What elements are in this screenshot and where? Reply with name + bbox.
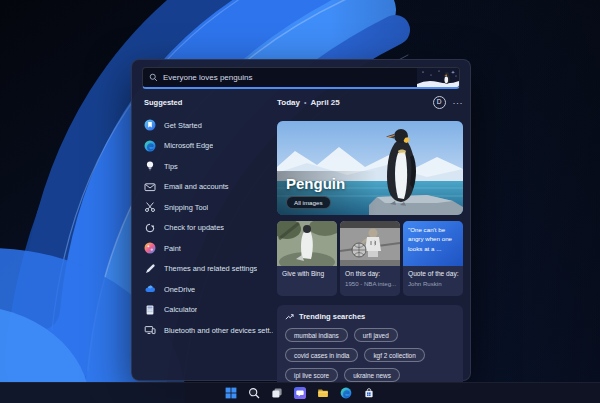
start-button[interactable]	[224, 386, 238, 400]
store-button[interactable]	[362, 386, 376, 400]
get-started-icon	[144, 119, 156, 131]
suggested-item-themes[interactable]: Themes and related settings	[142, 259, 275, 280]
more-options-button[interactable]: ···	[453, 100, 464, 106]
suggested-item-snipping-tool[interactable]: Snipping Tool	[142, 197, 275, 218]
today-label: Today	[277, 98, 300, 107]
quote-text: "One can't be angry when one looks at a …	[403, 221, 463, 266]
search-box[interactable]	[142, 67, 460, 89]
profile-button[interactable]: D	[433, 96, 446, 109]
suggested-item-label: Themes and related settings	[164, 264, 257, 273]
give-with-bing-thumbnail	[277, 221, 337, 266]
suggested-item-email-accounts[interactable]: Email and accounts	[142, 177, 275, 198]
suggested-item-calculator[interactable]: Calculator	[142, 300, 275, 321]
search-flyout-panel: Suggested Get Started Microsoft Edge	[131, 59, 471, 381]
bluetooth-devices-icon	[144, 324, 156, 336]
store-icon	[363, 387, 375, 399]
hero-card-penguin[interactable]: Penguin All images	[277, 121, 463, 215]
card-caption: Quote of the day:	[403, 266, 463, 279]
trending-searches-panel: Trending searches mumbai indians urfi ja…	[277, 305, 463, 390]
suggested-item-onedrive[interactable]: OneDrive	[142, 279, 275, 300]
suggested-item-label: Check for updates	[164, 223, 224, 232]
suggested-item-microsoft-edge[interactable]: Microsoft Edge	[142, 136, 275, 157]
file-explorer-button[interactable]	[316, 386, 330, 400]
suggested-item-label: OneDrive	[164, 285, 195, 294]
penguin-doodle-icon	[417, 68, 459, 88]
onedrive-icon	[144, 283, 156, 295]
card-caption: Give with Bing	[277, 266, 337, 279]
suggested-item-label: Get Started	[164, 121, 202, 130]
hero-title: Penguin	[286, 175, 345, 192]
all-images-button[interactable]: All images	[286, 196, 331, 209]
tips-icon	[144, 160, 156, 172]
suggested-item-label: Tips	[164, 162, 178, 171]
trending-chip[interactable]: covid cases in india	[285, 348, 358, 362]
suggested-item-paint[interactable]: Paint	[142, 238, 275, 259]
trending-title: Trending searches	[299, 312, 365, 321]
suggested-item-label: Calculator	[164, 305, 197, 314]
trending-header: Trending searches	[285, 312, 455, 321]
task-view-icon	[271, 387, 283, 399]
suggested-item-get-started[interactable]: Get Started	[142, 115, 275, 136]
edge-icon	[340, 387, 352, 399]
card-give-with-bing[interactable]: Give with Bing	[277, 221, 337, 296]
card-caption: On this day:	[340, 266, 400, 279]
suggested-item-tips[interactable]: Tips	[142, 156, 275, 177]
suggested-item-label: Email and accounts	[164, 182, 229, 191]
taskbar-search-button[interactable]	[247, 386, 261, 400]
card-quote-of-the-day[interactable]: "One can't be angry when one looks at a …	[403, 221, 463, 296]
taskbar	[0, 382, 600, 403]
search-icon	[248, 387, 260, 399]
trending-chip[interactable]: ukraine news	[344, 368, 400, 382]
today-separator: •	[304, 99, 306, 106]
calculator-icon	[144, 304, 156, 316]
suggested-item-label: Microsoft Edge	[164, 141, 213, 150]
card-subcaption: John Ruskin	[403, 279, 463, 288]
suggested-item-label: Paint	[164, 244, 181, 253]
card-on-this-day[interactable]: On this day: 1950 - NBA integ...	[340, 221, 400, 296]
card-subcaption	[277, 279, 337, 280]
windows-logo-icon	[225, 387, 237, 399]
card-subcaption: 1950 - NBA integ...	[340, 279, 400, 288]
today-section: Today • April 25 D ···	[277, 96, 463, 390]
paint-icon	[144, 242, 156, 254]
updates-icon	[144, 222, 156, 234]
search-icon	[149, 73, 158, 82]
suggested-title: Suggested	[144, 98, 275, 107]
edge-browser-button[interactable]	[339, 386, 353, 400]
on-this-day-thumbnail	[340, 221, 400, 266]
task-view-button[interactable]	[270, 386, 284, 400]
suggested-item-label: Snipping Tool	[164, 203, 208, 212]
trending-chip[interactable]: ipl live score	[285, 368, 338, 382]
trending-chip[interactable]: urfi javed	[354, 328, 398, 342]
email-icon	[144, 181, 156, 193]
today-date: April 25	[310, 98, 339, 107]
today-header: Today • April 25 D ···	[277, 96, 463, 109]
suggested-section: Suggested Get Started Microsoft Edge	[142, 96, 275, 341]
chat-icon	[294, 387, 306, 399]
themes-icon	[144, 263, 156, 275]
suggested-item-label: Bluetooth and other devices sett...	[164, 326, 273, 335]
file-explorer-icon	[317, 387, 329, 399]
trending-up-icon	[285, 312, 294, 321]
trending-chip[interactable]: mumbai indians	[285, 328, 348, 342]
edge-icon	[144, 140, 156, 152]
today-cards-row: Give with Bing On this day:	[277, 221, 463, 296]
suggested-item-bluetooth-devices[interactable]: Bluetooth and other devices sett...	[142, 320, 275, 341]
search-input[interactable]	[163, 73, 417, 82]
suggested-item-check-updates[interactable]: Check for updates	[142, 218, 275, 239]
chat-button[interactable]	[293, 386, 307, 400]
snipping-tool-icon	[144, 201, 156, 213]
trending-chips: mumbai indians urfi javed covid cases in…	[285, 328, 455, 382]
trending-chip[interactable]: kgf 2 collection	[364, 348, 424, 362]
